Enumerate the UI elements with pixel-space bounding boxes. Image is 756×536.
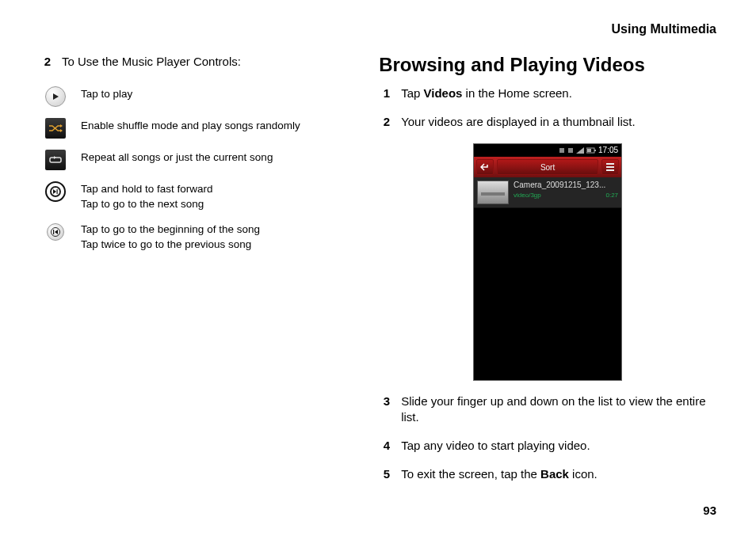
shuffle-icon bbox=[44, 117, 67, 139]
phone-topbar: Sort bbox=[474, 157, 621, 177]
control-row-shuffle: Enable shuffle mode and play songs rando… bbox=[44, 117, 353, 139]
video-thumbnail bbox=[477, 181, 509, 204]
video-name: Camera_20091215_123... bbox=[514, 181, 618, 190]
svg-marker-4 bbox=[54, 156, 56, 159]
section-heading: Browsing and Playing Videos bbox=[379, 54, 716, 76]
svg-marker-8 bbox=[55, 230, 58, 234]
step-row: 1 Tap Videos in the Home screen. bbox=[379, 86, 716, 101]
control-row-play: Tap to play bbox=[44, 86, 353, 108]
step-row: 5 To exit the screen, tap the Back icon. bbox=[379, 466, 716, 482]
step-text: Tap any video to start playing video. bbox=[401, 438, 590, 454]
step-number: 2 bbox=[40, 55, 62, 68]
page-number: 93 bbox=[703, 504, 716, 517]
menu-button[interactable] bbox=[601, 159, 619, 175]
clock: 17:05 bbox=[598, 146, 618, 154]
control-row-next: Tap and hold to fast forward Tap to go t… bbox=[44, 181, 353, 211]
status-icon bbox=[559, 147, 565, 154]
svg-rect-10 bbox=[568, 148, 573, 153]
video-list-item[interactable]: Camera_20091215_123... video/3gp 0:27 bbox=[474, 177, 621, 208]
control-text: Tap and hold to fast forward Tap to go t… bbox=[81, 181, 213, 211]
status-bar: 17:05 bbox=[474, 144, 621, 157]
signal-icon bbox=[576, 147, 584, 154]
back-arrow-icon bbox=[480, 163, 490, 171]
step-row: 2 Your videos are displayed in a thumbna… bbox=[379, 114, 716, 130]
svg-rect-13 bbox=[587, 149, 591, 152]
control-text: Repeat all songs or just the current son… bbox=[81, 149, 273, 165]
back-button[interactable] bbox=[476, 159, 494, 175]
svg-rect-7 bbox=[53, 230, 54, 234]
svg-rect-6 bbox=[57, 189, 58, 194]
controls-table: Tap to play Enable shuffl bbox=[44, 86, 353, 252]
sort-button[interactable]: Sort bbox=[497, 159, 598, 175]
step-text: Slide your finger up and down on the lis… bbox=[401, 393, 716, 426]
repeat-icon bbox=[44, 149, 67, 171]
play-icon bbox=[44, 86, 67, 108]
step-number: 2 bbox=[379, 115, 401, 128]
svg-rect-14 bbox=[594, 150, 596, 151]
step-row: 4 Tap any video to start playing video. bbox=[379, 438, 716, 454]
step-number: 5 bbox=[379, 467, 401, 481]
step-text: To exit the screen, tap the Back icon. bbox=[401, 466, 598, 482]
right-column: Browsing and Playing Videos 1 Tap Videos… bbox=[379, 54, 716, 496]
next-track-icon bbox=[44, 181, 67, 203]
control-text: Enable shuffle mode and play songs rando… bbox=[81, 117, 300, 134]
control-text: Tap to go to the beginning of the song T… bbox=[81, 221, 260, 252]
video-type: video/3gp bbox=[514, 192, 541, 199]
svg-marker-1 bbox=[60, 124, 63, 127]
svg-marker-0 bbox=[53, 93, 59, 100]
step-row: 2 To Use the Music Player Controls: bbox=[40, 54, 353, 70]
step-number: 1 bbox=[379, 86, 401, 100]
svg-marker-5 bbox=[53, 189, 56, 194]
section-header: Using Multimedia bbox=[612, 22, 716, 36]
svg-rect-9 bbox=[559, 148, 564, 153]
control-text: Tap to play bbox=[81, 86, 132, 102]
step-number: 3 bbox=[379, 394, 401, 408]
svg-marker-2 bbox=[60, 129, 63, 132]
step-text: To Use the Music Player Controls: bbox=[62, 54, 241, 70]
control-row-repeat: Repeat all songs or just the current son… bbox=[44, 149, 353, 171]
video-duration: 0:27 bbox=[605, 192, 618, 199]
svg-marker-11 bbox=[576, 147, 584, 154]
status-icon bbox=[567, 147, 574, 154]
step-number: 4 bbox=[379, 439, 401, 452]
step-row: 3 Slide your finger up and down on the l… bbox=[379, 393, 716, 426]
step-text: Tap Videos in the Home screen. bbox=[401, 86, 572, 101]
control-row-prev: Tap to go to the beginning of the song T… bbox=[44, 221, 353, 252]
svg-rect-3 bbox=[50, 158, 61, 162]
left-column: 2 To Use the Music Player Controls: Tap … bbox=[40, 54, 353, 496]
battery-icon bbox=[586, 147, 596, 154]
prev-track-icon bbox=[44, 221, 67, 243]
step-text: Your videos are displayed in a thumbnail… bbox=[401, 114, 635, 130]
phone-screenshot: 17:05 Sort Camera_2009 bbox=[379, 143, 716, 381]
